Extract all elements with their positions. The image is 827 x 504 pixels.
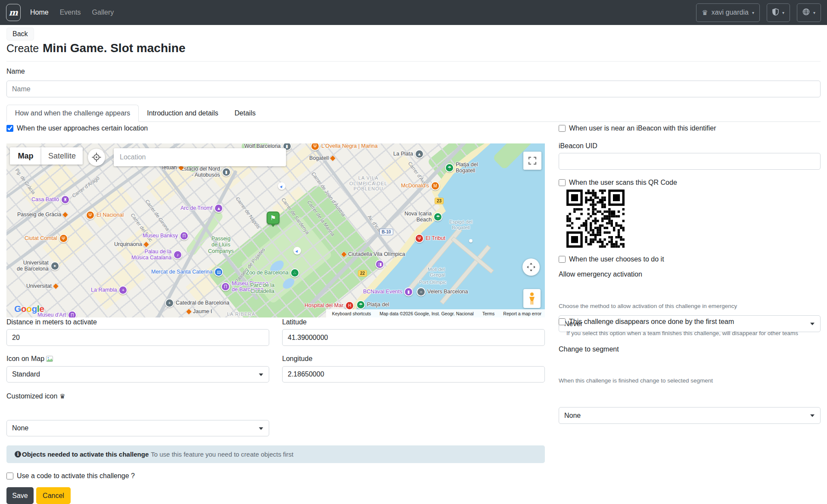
map-pan-button[interactable]: [522, 258, 540, 276]
map-poi-label[interactable]: La Plata▲: [393, 149, 424, 159]
road-badge[interactable]: 23: [435, 198, 444, 204]
map-location-search-input[interactable]: [114, 148, 286, 166]
ibeacon-checkbox[interactable]: [559, 125, 566, 132]
map-fullscreen-button[interactable]: [523, 152, 541, 170]
app-logo[interactable]: m: [6, 4, 21, 21]
tab-how-and-when[interactable]: How and when the challenge appears: [6, 105, 139, 122]
qr-checkbox[interactable]: [559, 179, 566, 186]
map-poi-label[interactable]: Zoo de Barcelona∴: [246, 268, 299, 277]
latitude-input[interactable]: [282, 329, 545, 346]
map-poi-label[interactable]: BCNaval Events▮: [363, 287, 413, 296]
map-poi-label[interactable]: Port Olímpic: [419, 280, 446, 285]
map-data-text: Map data ©2026 Google, Inst. Geogr. Naci…: [379, 311, 473, 316]
qr-checkbox-row: When the user scans this QR Code: [559, 179, 677, 187]
premium-crown-icon: ♛: [59, 392, 65, 400]
tab-introduction-details[interactable]: Introduction and details: [139, 105, 227, 122]
objects-info-alert: i Objects needed to activate this challe…: [6, 445, 545, 463]
segment-select[interactable]: None: [559, 407, 821, 424]
use-code-checkbox[interactable]: [6, 473, 13, 479]
map-poi-label[interactable]: Passeig de Lluís Companys: [208, 236, 234, 254]
language-menu-button[interactable]: ▾: [797, 3, 821, 22]
map-poi-label[interactable]: ☂Platja del Bogatell: [445, 162, 478, 174]
map-poi-label[interactable]: LA RIBERA: [227, 311, 255, 317]
geolocate-button[interactable]: [88, 149, 105, 166]
map-poi-label[interactable]: ☂Platja del: [356, 300, 389, 309]
nav-link-gallery[interactable]: Gallery: [92, 9, 114, 16]
chooses-checkbox[interactable]: [559, 256, 566, 263]
disappears-checkbox[interactable]: [559, 318, 566, 325]
approach-location-checkbox[interactable]: [6, 125, 13, 132]
map-poi-label[interactable]: Mercat de Santa Caterina▤: [151, 268, 223, 277]
map-poi-label[interactable]: ◨: [375, 260, 386, 269]
distance-label: Distance in meters to activate: [6, 318, 97, 326]
ibeacon-checkbox-label: When user is near an iBeacon with this i…: [569, 124, 716, 132]
map-poi-label[interactable]: ΨEl Nacional: [86, 211, 124, 220]
map-poi-label[interactable]: Casa Batlló♜: [31, 195, 70, 204]
map-poi-label[interactable]: ○Velers Barcelona: [417, 287, 468, 296]
google-map[interactable]: Pg. de GràciaCarrer d'AragóCarrer de Gir…: [6, 143, 545, 317]
emergency-help: Choose the method to allow activation of…: [559, 303, 737, 309]
map-poi-label[interactable]: Nova Icaria Beach☂: [404, 211, 442, 223]
map-poi-label[interactable]: ΨL'Ovella Negra | Marina: [311, 143, 378, 151]
road-badge[interactable]: B-10: [379, 229, 393, 235]
map-poi-label[interactable]: LA VILA OLÍMPICA DEL POBLENOU: [349, 175, 387, 192]
map-poi-label[interactable]: Ciutadella Vila Olímpica: [342, 251, 405, 257]
map-poi-label[interactable]: Universitat: [26, 283, 58, 289]
map-poi-label[interactable]: Universitat de Barcelona✦: [17, 260, 59, 272]
map-poi-label[interactable]: ΨEl Tribut: [415, 234, 445, 243]
cancel-button[interactable]: Cancel: [36, 487, 71, 504]
map-buoy-dot[interactable]: [469, 239, 473, 243]
map-poi-label[interactable]: Ciutat ComtalΨ: [25, 234, 68, 243]
map-poi-label[interactable]: +Catedral de Barcelona: [165, 299, 229, 308]
distance-input[interactable]: [6, 329, 269, 346]
globe-icon: [802, 8, 810, 17]
tab-details[interactable]: Details: [227, 105, 264, 122]
challenge-location-flag-marker[interactable]: ⚑: [267, 212, 280, 224]
select-caret-icon: [259, 373, 263, 376]
select-caret-icon: [259, 427, 263, 430]
map-poi-label[interactable]: Museu BanksyΠ: [143, 231, 189, 240]
map-poi-label[interactable]: Parc de la Ciutadella: [250, 282, 274, 295]
approach-location-label: When the user approaches certain locatio…: [17, 124, 148, 132]
map-poi-label[interactable]: Bogatell: [309, 155, 335, 161]
longitude-input[interactable]: [282, 366, 545, 383]
map-type-map-button[interactable]: Map: [10, 147, 41, 165]
map-poi-label[interactable]: Arc de Triomf▲: [180, 204, 223, 213]
back-button[interactable]: Back: [6, 28, 34, 40]
ibeacon-uid-input[interactable]: [559, 153, 821, 170]
icon-on-map-select[interactable]: Standard: [6, 366, 269, 383]
qr-checkbox-label: When the user scans this QR Code: [569, 179, 677, 187]
terms-link[interactable]: Terms: [482, 311, 495, 316]
map-poi-label[interactable]: Moll del Gregal: [428, 267, 445, 278]
nav-link-home[interactable]: Home: [30, 9, 49, 16]
disappears-checkbox-row: This challenge disappears once done by t…: [559, 318, 734, 326]
map-poi-label[interactable]: Palau de la Música Catalana♪: [131, 249, 182, 261]
map-poi-label[interactable]: Estació del Nord - Autobusos▮: [180, 166, 231, 178]
map-poi-label[interactable]: Urquinaona: [114, 241, 149, 247]
name-input[interactable]: [6, 81, 821, 97]
road-badge[interactable]: 22: [358, 270, 367, 277]
customized-icon-select[interactable]: None: [6, 420, 269, 436]
save-button[interactable]: Save: [6, 487, 34, 504]
image-placeholder-icon: [46, 356, 53, 363]
map-direction-arrow-icon[interactable]: ▲: [293, 247, 301, 255]
user-menu-button[interactable]: ♛ xavi guardia ▾: [696, 3, 760, 22]
map-poi-label[interactable]: Espigó del Bogatell: [449, 219, 473, 230]
page-title-main: Mini Game. Slot machine: [43, 41, 185, 55]
map-type-satellite-button[interactable]: Satellite: [41, 147, 83, 165]
map-poi-label[interactable]: Jaume I: [187, 308, 212, 314]
keyboard-shortcuts-link[interactable]: Keyboard shortcuts: [332, 311, 371, 316]
map-poi-label[interactable]: Passeig de Gràcia: [17, 212, 68, 218]
map-poi-label[interactable]: McDonald'sM: [401, 181, 440, 190]
admin-menu-button[interactable]: ▾: [767, 3, 790, 22]
alert-bold-text: Objects needed to activate this challeng…: [22, 451, 149, 458]
map-poi-label[interactable]: Hospital del MarH: [305, 301, 354, 310]
segment-help: When this challenge is finished change t…: [559, 377, 713, 384]
report-map-error-link[interactable]: Report a map error: [503, 311, 541, 316]
nav-link-events[interactable]: Events: [60, 9, 81, 16]
street-view-pegman[interactable]: [523, 289, 541, 308]
map-poi-label[interactable]: La Rambla+: [91, 286, 127, 295]
map-direction-arrow-icon[interactable]: ▲: [278, 182, 286, 190]
select-caret-icon: [810, 414, 815, 417]
chooses-checkbox-row: When the user chooses to do it: [559, 255, 664, 263]
